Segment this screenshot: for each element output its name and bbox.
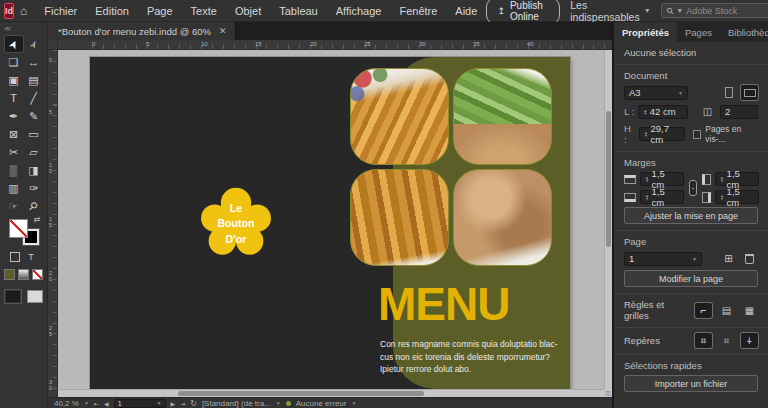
stepper-icon[interactable]: ▲▼ [645,176,649,182]
smart-guides-button[interactable]: ⍭ [741,333,758,348]
normal-view-mode-button[interactable] [5,290,21,303]
height-field[interactable]: ▲▼ 29,7 cm [639,127,685,141]
page-size-select[interactable]: A3 ▼ [624,86,688,100]
preview-mode-button[interactable] [27,290,43,303]
apply-gradient-swatch[interactable] [18,269,29,280]
preflight-sync-icon[interactable]: ↻ [190,399,197,408]
tab-proprietes[interactable]: Propriétés [614,22,677,42]
direct-selection-tool[interactable]: ➢ [25,36,43,52]
first-page-button[interactable]: ⇤ [94,400,99,407]
line-tool[interactable]: ╱ [25,90,43,106]
menu-paragraph[interactable]: Con res magname comnis quia doluptatio b… [380,338,575,376]
landscape-orientation-button[interactable] [741,85,758,100]
note-tool[interactable]: ▥ [5,180,23,196]
pages-count-field[interactable]: 2 [720,105,758,119]
formatting-affects-text-button[interactable]: T [25,250,38,263]
collapse-panel-icon[interactable]: ≪ [0,24,15,35]
tab-bibliotheques[interactable]: Bibliothèques [720,22,768,42]
stepper-icon[interactable]: ▲▼ [643,109,647,115]
margin-inner-field[interactable]: ▲▼ 1,5 cm [715,172,759,186]
content-collector-tool[interactable]: ▣ [5,72,23,88]
pasteboard[interactable]: Le Bouton D'or MENU Con res magname comn… [58,50,612,397]
menu-texte[interactable]: Texte [182,2,226,20]
current-page-select[interactable]: 1 ▼ [624,252,702,266]
horizontal-ruler[interactable]: 0 5 10 15 20 25 30 35 40 [48,40,612,50]
import-file-button[interactable]: Importer un fichier [624,375,758,392]
chevron-down-icon[interactable]: ▼ [84,400,89,406]
photo-tile-fries-plate[interactable] [350,68,449,165]
search-input[interactable] [686,6,766,16]
photo-tile-salad[interactable] [453,68,552,165]
frame-tool[interactable]: ⊠ [5,126,23,142]
menu-tableau[interactable]: Tableau [270,2,327,20]
fit-spread-icon[interactable]: ◫ [604,389,612,397]
facing-pages-checkbox[interactable] [693,130,701,139]
portrait-orientation-button[interactable] [720,85,737,100]
add-page-button[interactable]: ⊞ [720,251,737,266]
chevron-down-icon[interactable]: ▼ [351,400,356,406]
delete-page-button[interactable] [741,251,758,266]
menu-affichage[interactable]: Affichage [327,2,391,20]
scissors-tool[interactable]: ✂ [5,144,23,160]
link-margins-icon[interactable] [689,180,697,196]
vertical-scrollbar[interactable] [604,50,612,389]
close-tab-icon[interactable]: ✕ [219,26,227,36]
adjust-layout-button[interactable]: Ajuster la mise en page [624,207,758,224]
document-spread[interactable]: Le Bouton D'or MENU Con res magname comn… [90,57,570,389]
tab-pages[interactable]: Pages [677,22,720,42]
menu-aide[interactable]: Aide [446,2,486,20]
content-placer-tool[interactable]: ▤ [25,72,43,88]
last-page-button[interactable]: ⇥ [180,400,185,407]
page-tool[interactable]: ❏ [5,54,23,70]
document-grid-button[interactable]: ▦ [741,303,758,318]
apply-color-swatch[interactable] [4,269,15,280]
preflight-status[interactable]: Aucune erreur [296,399,347,408]
rectangle-tool[interactable]: ▭ [25,126,43,142]
margin-top-field[interactable]: ▲▼ 1,5 cm [640,172,684,186]
document-tab[interactable]: *Bouton d'or menu zebi.indd @ 60% ✕ [48,22,236,40]
stepper-icon[interactable]: ▲▼ [720,176,724,182]
zoom-tool[interactable]: ⚲ [25,198,43,214]
stepper-icon[interactable]: ▲▼ [645,194,649,200]
baseline-grid-button[interactable]: ▤ [718,303,735,318]
scrollbar-thumb[interactable] [606,111,611,247]
zoom-level[interactable]: 40,2 % [54,399,79,408]
page-number-field[interactable]: 1 ▼ [114,399,166,408]
workspace-switcher[interactable]: Les indispensables ▼ [570,0,650,23]
vertical-ruler[interactable]: 0 5 10 15 20 25 30 [48,50,58,397]
photo-tile-fries[interactable] [350,169,449,266]
previous-page-button[interactable]: ◀ [104,400,109,407]
formatting-affects-container-button[interactable] [10,252,20,262]
eyedropper-tool[interactable]: ✑ [25,180,43,196]
indesign-logo[interactable]: Id [4,3,14,19]
free-transform-tool[interactable]: ▱ [25,144,43,160]
apply-none-swatch[interactable] [32,269,43,280]
width-field[interactable]: ▲▼ 42 cm [638,105,688,119]
pencil-tool[interactable]: ✎ [25,108,43,124]
buttercup-logo[interactable]: Le Bouton D'or [198,187,274,257]
stepper-icon[interactable]: ▲▼ [644,131,648,137]
photo-tile-meat-gravy[interactable] [453,169,552,266]
gradient-feather-tool[interactable]: ◨ [25,162,43,178]
next-page-button[interactable]: ▶ [171,400,176,407]
home-icon[interactable]: ⌂ [20,4,27,18]
chevron-down-icon[interactable]: ▼ [276,400,281,406]
gradient-tool[interactable]: ▒ [5,162,23,178]
lock-guides-button[interactable]: ⌗ [718,333,735,348]
food-photo-grid[interactable] [350,68,552,267]
menu-edition[interactable]: Edition [86,2,138,20]
modify-page-button[interactable]: Modifier la page [624,270,758,287]
margin-bottom-field[interactable]: ▲▼ 1,5 cm [640,190,684,204]
type-tool[interactable]: T [5,90,23,106]
menu-page[interactable]: Page [138,2,182,20]
pen-tool[interactable]: ✒ [5,108,23,124]
fill-swatch-none[interactable] [9,219,28,238]
selection-tool[interactable]: ➤ [5,36,23,52]
stepper-icon[interactable]: ▲▼ [720,194,724,200]
show-guides-button[interactable]: ⌗ [695,333,712,348]
ruler-corner[interactable] [48,40,58,50]
gap-tool[interactable]: ↔ [25,54,43,70]
hand-tool[interactable]: ☞ [5,198,23,214]
menu-objet[interactable]: Objet [226,2,270,20]
horizontal-scrollbar[interactable] [58,389,604,397]
